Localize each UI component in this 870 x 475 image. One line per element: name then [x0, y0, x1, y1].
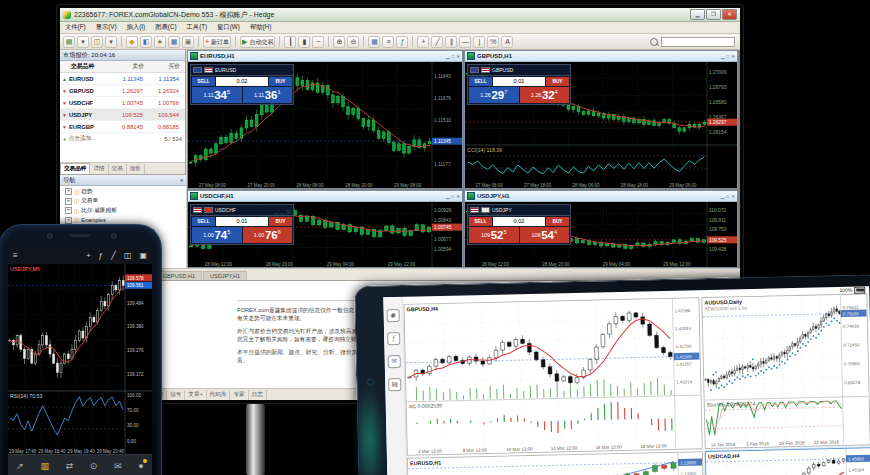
widget-symbol-selector[interactable]: EURUSD	[191, 65, 293, 76]
tablet-chat-icon[interactable]: ✉	[388, 355, 401, 368]
objects-icon[interactable]: ╱	[111, 247, 116, 264]
volume-input[interactable]: 0.01	[216, 217, 268, 226]
chart-restore-button[interactable]: □	[452, 54, 455, 59]
trade-tab[interactable]: ⇄	[66, 461, 74, 471]
menu-item-5[interactable]: 窗口(W)	[217, 23, 240, 32]
close-button[interactable]: ✕	[722, 9, 737, 20]
sell-label[interactable]: SELL	[469, 217, 492, 226]
toolbox-tab-文章[interactable]: 文章•	[185, 390, 206, 400]
window-titlebar[interactable]: 22365677: FOREX.comGlobalCN-Demo 553 - 模…	[60, 8, 740, 22]
chart-restore-button[interactable]: □	[727, 194, 730, 199]
chart-titlebar[interactable]: USDJPY,H1▁□✕	[465, 191, 737, 202]
zoom-in[interactable]: ⊕	[333, 36, 345, 48]
text-tool[interactable]: A	[501, 36, 513, 48]
column-header-买价[interactable]: 买价	[146, 62, 182, 71]
tablet-chart-usdcad[interactable]: 1.437121.442061.447001.451941.456881.456…	[705, 447, 870, 475]
buy-button-gbpusd[interactable]: 1.26324	[520, 87, 570, 103]
chart-titlebar[interactable]: USDCHF,H1▁□✕	[188, 191, 462, 202]
chart-close-button[interactable]: ✕	[456, 194, 460, 199]
symbol-row-usdchf[interactable]: ▼USDCHF1.007451.00766	[60, 97, 185, 109]
chart-body[interactable]: 1.111771.113441.115101.116761.118431.113…	[188, 62, 462, 188]
market-watch-tab-3[interactable]: 报价	[127, 164, 145, 174]
tablet-objects-icon[interactable]: ▤	[388, 378, 401, 391]
market-watch-add-row[interactable]: + 点击添加... 5 / 524	[60, 133, 185, 144]
expand-icon[interactable]: +	[65, 217, 72, 224]
column-header-交易品种[interactable]: 交易品种	[69, 62, 110, 71]
history-tab[interactable]: ⊙	[90, 461, 98, 471]
data-window-toggle[interactable]: ◧	[140, 36, 152, 48]
sell-label[interactable]: SELL	[192, 217, 215, 226]
vertical-line-tool[interactable]: |	[473, 36, 485, 48]
market-watch-tab-1[interactable]: 详情	[90, 164, 108, 174]
sell-button-usdchf[interactable]: 1.00745	[192, 227, 242, 243]
expand-icon[interactable]: +	[65, 188, 72, 195]
indicators-list[interactable]: ƒ	[396, 36, 408, 48]
menu-item-2[interactable]: 插入(I)	[127, 23, 146, 32]
menu-item-3[interactable]: 图表(C)	[155, 23, 176, 32]
chart-tab-usdjpy-h1[interactable]: USDJPY,H1	[203, 271, 247, 280]
navigator-toggle[interactable]: ★	[154, 36, 166, 48]
symbol-row-gbpusd[interactable]: ▼GBPUSD1.262971.26324	[60, 85, 185, 97]
chart-restore-button[interactable]: □	[452, 194, 455, 199]
menu-item-4[interactable]: 工具(T)	[187, 23, 208, 32]
chart-titlebar[interactable]: EURUSD,H1▁□✕	[188, 51, 462, 62]
search-input[interactable]	[661, 37, 735, 47]
market-watch-toggle[interactable]: ◆	[126, 36, 138, 48]
menu-item-0[interactable]: 文件(F)	[65, 23, 86, 32]
widget-symbol-selector[interactable]: USDCHF	[191, 205, 293, 216]
tablet-chart-audusd[interactable]: 0.692780.708640.724500.740360.756220.751…	[701, 293, 870, 449]
chart-body[interactable]: 1.261541.263671.265801.267931.270061.262…	[465, 62, 737, 188]
menu-item-6[interactable]: 帮助(H)	[250, 23, 271, 32]
menu-icon[interactable]: ≡	[13, 247, 18, 264]
bar-chart-mode[interactable]: ┃	[284, 36, 296, 48]
market-watch-tab-0[interactable]: 交易品种	[60, 163, 90, 174]
chart-body[interactable]: 1.005941.006771.007601.008431.009261.007…	[188, 202, 462, 267]
messages-tab[interactable]: ●	[138, 461, 143, 471]
sell-button-usdjpy[interactable]: 109525	[469, 227, 519, 243]
tablet-chart-gbpusd[interactable]: 1.410141.413571.417001.420431.423861.415…	[403, 297, 702, 456]
chart-minimize-button[interactable]: ▁	[446, 194, 449, 199]
crosshair-tool[interactable]: +	[417, 36, 429, 48]
toolbox-tab-信号[interactable]: 信号	[167, 390, 185, 400]
widget-symbol-selector[interactable]: USDJPY	[468, 205, 570, 216]
new-chart[interactable]: ▤	[63, 36, 75, 48]
quotes-tab[interactable]: ↗	[16, 461, 24, 471]
profiles[interactable]: ◫	[91, 36, 103, 48]
chevron-down-icon[interactable]: ▾	[180, 177, 183, 183]
volume-input[interactable]: 0.02	[216, 77, 268, 86]
buy-label[interactable]: BUY	[269, 217, 292, 226]
sell-label[interactable]: SELL	[469, 77, 492, 86]
timeframes[interactable]: ≡	[382, 36, 394, 48]
chart-restore-button[interactable]: □	[727, 54, 730, 59]
navigator-item-2[interactable]: +◫比尔·威廉姆斯	[60, 206, 186, 216]
column-header-卖价[interactable]: 卖价	[110, 62, 146, 71]
volume-input[interactable]: 0.02	[493, 217, 545, 226]
chart-body[interactable]: 109.428109.589109.750109.911110.072109.5…	[465, 202, 737, 267]
tile-windows[interactable]: ▦	[368, 36, 380, 48]
new-chart-dropdown[interactable]: ▾	[77, 36, 89, 48]
chart-close-button[interactable]: ✕	[731, 54, 735, 59]
navigator-item-0[interactable]: +◫趋势	[60, 187, 186, 197]
sell-button-gbpusd[interactable]: 1.26297	[469, 87, 519, 103]
symbol-row-eurgbp[interactable]: ▼EURGBP0.881450.88185	[60, 121, 185, 133]
chart-tab-gbpusd-h1[interactable]: GBPUSD,H1	[156, 271, 202, 280]
buy-label[interactable]: BUY	[546, 77, 569, 86]
phone-chart-area[interactable]: 109.172109.276109.380109.484109.588109.5…	[8, 264, 152, 454]
buy-button-usdchf[interactable]: 1.00766	[243, 227, 293, 243]
strategy-tester-toggle[interactable]: ▣	[182, 36, 194, 48]
new-order-icon[interactable]: ▣	[139, 247, 147, 264]
toolbox-tab-代码库[interactable]: 代码库	[207, 390, 231, 400]
volume-input[interactable]: 0.01	[493, 77, 545, 86]
buy-label[interactable]: BUY	[269, 77, 292, 86]
crosshair-icon[interactable]: +	[86, 247, 91, 264]
fibonacci-tool[interactable]: %	[487, 36, 499, 48]
chart-close-button[interactable]: ✕	[456, 54, 460, 59]
expand-icon[interactable]: +	[65, 207, 72, 214]
menu-item-1[interactable]: 显示(V)	[96, 23, 117, 32]
symbol-row-usdjpy[interactable]: ▼USDJPY109.525109.544	[60, 109, 185, 121]
minimize-button[interactable]: ▁	[690, 9, 705, 20]
symbol-row-eurusd[interactable]: ▲EURUSD1.113451.11354	[60, 73, 185, 85]
chart-titlebar[interactable]: GBPUSD,H1▁□✕	[465, 51, 737, 62]
sell-label[interactable]: SELL	[192, 77, 215, 86]
line-chart-mode[interactable]: ~	[312, 36, 324, 48]
